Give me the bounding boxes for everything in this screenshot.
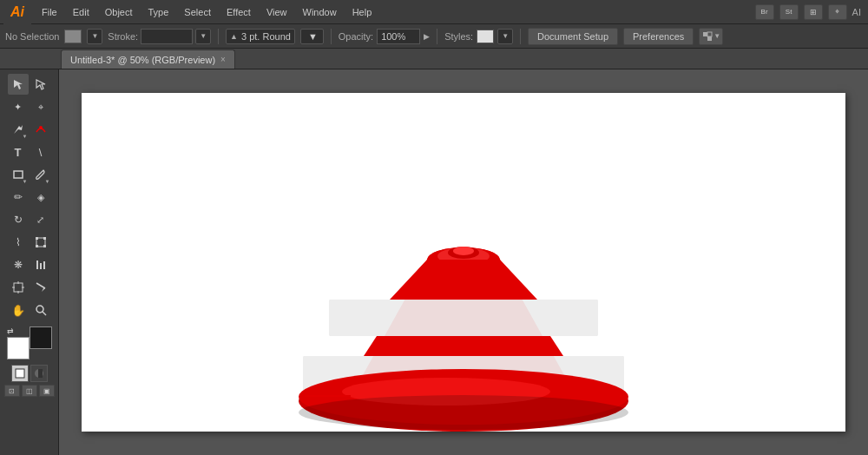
rotate-tool[interactable]: ↻ [8, 209, 29, 230]
svg-rect-14 [43, 261, 45, 269]
paintbrush-tool[interactable]: ▼ [30, 164, 51, 185]
opacity-label: Opacity: [339, 31, 373, 42]
sep3 [437, 29, 437, 44]
svg-marker-4 [36, 80, 45, 89]
stroke-section: Stroke: ▼ [108, 29, 211, 44]
menu-file[interactable]: File [35, 5, 64, 19]
menu-window[interactable]: Window [296, 5, 344, 19]
opacity-expand[interactable]: ▶ [424, 32, 430, 41]
scale-tool[interactable]: ⤢ [30, 209, 51, 230]
free-transform-tool[interactable] [30, 232, 51, 253]
cone-upper-section [390, 260, 537, 300]
tab-close-button[interactable]: × [220, 55, 226, 64]
menu-effect[interactable]: Effect [220, 5, 258, 19]
sep1 [218, 29, 219, 44]
lasso-tool[interactable]: ⌖ [30, 96, 51, 117]
preferences-button[interactable]: Preferences [623, 28, 694, 45]
styles-dropdown[interactable]: ▼ [497, 29, 513, 44]
fill-dropdown[interactable]: ▼ [87, 29, 102, 44]
svg-rect-13 [40, 263, 42, 269]
canvas-area [59, 69, 868, 455]
svg-rect-26 [38, 369, 43, 378]
svg-marker-21 [42, 288, 45, 292]
direct-selection-tool[interactable] [30, 74, 51, 95]
graph-tool[interactable] [30, 254, 51, 275]
tool-row-5: ▼ ▼ [0, 164, 58, 185]
zoom-tool[interactable] [30, 300, 51, 320]
svg-rect-9 [43, 237, 46, 240]
quick-mask-icon[interactable] [30, 365, 48, 382]
opacity-input[interactable]: 100% [377, 29, 420, 44]
rect-tool[interactable]: ▼ [8, 164, 29, 185]
document-canvas [82, 93, 845, 432]
round-dropdown[interactable]: ▼ [300, 29, 324, 44]
stroke-dropdown[interactable]: ▼ [195, 29, 211, 44]
type-tool[interactable]: T [8, 142, 29, 162]
screen-mode-2-icon[interactable]: ◫ [22, 385, 37, 397]
tool-row-4: T \ [0, 142, 58, 162]
fill-swatch[interactable] [64, 30, 82, 43]
selection-tool[interactable] [8, 74, 29, 95]
screen-mode-icon[interactable]: ⊡ [4, 385, 20, 397]
svg-rect-24 [16, 369, 24, 378]
menu-edit[interactable]: Edit [66, 5, 96, 19]
pt-input[interactable]: ▲ 3 pt. Round [226, 29, 295, 44]
menu-type[interactable]: Type [141, 5, 176, 19]
screen-mode-row: ⊡ ◫ ▣ [0, 385, 58, 397]
app-logo: Ai [3, 0, 31, 24]
document-tab[interactable]: Untitled-3* @ 50% (RGB/Preview) × [61, 49, 235, 69]
arrange-button[interactable]: ▼ [699, 28, 723, 45]
bridge-icon[interactable]: Br [755, 4, 774, 20]
sep4 [520, 29, 521, 44]
swap-colors-icon[interactable]: ⇄ [7, 326, 14, 335]
stroke-label: Stroke: [108, 31, 138, 42]
pt-up-arrow: ▲ [230, 32, 238, 41]
pen-sub-arrow: ▼ [23, 134, 28, 139]
curvature-tool[interactable] [30, 119, 51, 140]
pt-value: 3 pt. Round [241, 31, 291, 42]
styles-swatch[interactable] [477, 30, 494, 43]
svg-rect-10 [36, 245, 38, 247]
bg-color-swatch[interactable] [7, 337, 30, 359]
workspace-icon[interactable]: ⊞ [804, 4, 823, 20]
eraser-tool[interactable]: ◈ [30, 187, 51, 208]
toolbar: ✦ ⌖ ▼ T \ ▼ ▼ [0, 69, 59, 455]
slice-tool[interactable] [30, 277, 51, 298]
menu-select[interactable]: Select [177, 5, 218, 19]
pen-tool[interactable]: ▼ [8, 119, 29, 140]
styles-label: Styles: [444, 31, 473, 42]
cone-mid-section [364, 336, 563, 356]
stock-icon[interactable]: St [779, 4, 799, 20]
color-swatches: ⇄ [7, 326, 52, 359]
doc-setup-button[interactable]: Document Setup [528, 28, 618, 45]
fg-color-swatch[interactable] [30, 326, 52, 349]
magic-wand-tool[interactable]: ✦ [8, 96, 29, 117]
styles-section: Styles: ▼ [444, 29, 513, 44]
menu-object[interactable]: Object [98, 5, 140, 19]
warp-tool[interactable]: ⌇ [8, 232, 29, 253]
hand-tool[interactable]: ✋ [8, 300, 29, 320]
main-area: ✦ ⌖ ▼ T \ ▼ ▼ [0, 69, 868, 455]
stroke-dropdown-arrow: ▼ [200, 32, 207, 40]
tool-row-6: ✏ ◈ [0, 187, 58, 208]
brush-sub-arrow: ▼ [45, 179, 50, 184]
line-tool[interactable]: \ [30, 142, 51, 162]
menu-view[interactable]: View [260, 5, 294, 19]
screen-mode-3-icon[interactable]: ▣ [39, 385, 55, 397]
menu-help[interactable]: Help [345, 5, 379, 19]
tab-bar: Untitled-3* @ 50% (RGB/Preview) × [0, 49, 868, 69]
tool-row-7: ↻ ⤢ [0, 209, 58, 230]
normal-view-icon[interactable] [11, 365, 29, 382]
artboard-tool[interactable] [8, 277, 29, 298]
tool-row-2: ✦ ⌖ [0, 96, 58, 117]
tool-row-9: ❋ [0, 254, 58, 275]
svg-rect-0 [703, 32, 707, 36]
stroke-input[interactable] [141, 29, 193, 44]
arrange-icon [701, 30, 713, 43]
tool-row-8: ⌇ [0, 232, 58, 253]
pencil-tool[interactable]: ✏ [8, 187, 29, 208]
tab-title: Untitled-3* @ 50% (RGB/Preview) [70, 55, 215, 65]
symbol-tool[interactable]: ❋ [8, 254, 29, 275]
view-mode-row [0, 365, 58, 382]
search-icon[interactable]: ⌖ [828, 4, 847, 20]
